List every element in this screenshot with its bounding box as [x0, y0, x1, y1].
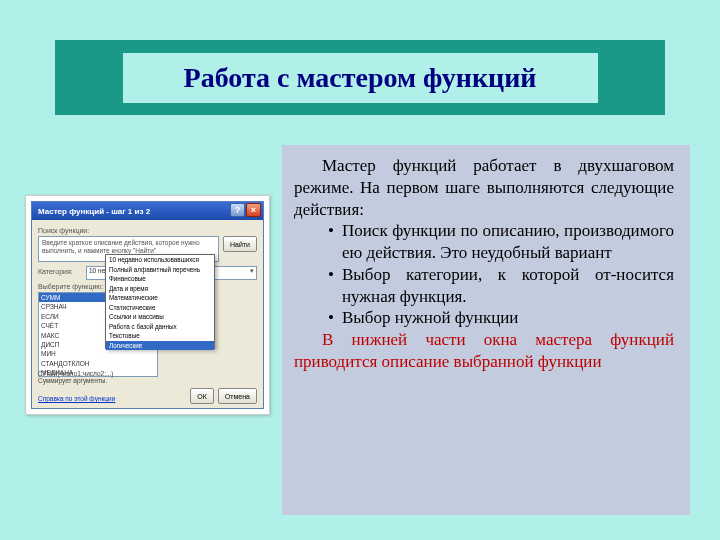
dropdown-item[interactable]: Текстовые: [106, 331, 214, 341]
close-icon[interactable]: ×: [246, 203, 261, 217]
dropdown-item[interactable]: Ссылки и массивы: [106, 312, 214, 322]
list-item[interactable]: МИН: [39, 349, 157, 358]
dropdown-item[interactable]: Логические: [106, 341, 214, 351]
function-description: СУММ(число1;число2;...) Суммирует аргуме…: [38, 370, 257, 384]
dropdown-item[interactable]: Полный алфавитный перечень: [106, 265, 214, 275]
search-label: Поиск функции:: [38, 227, 257, 234]
dropdown-item[interactable]: Финансовые: [106, 274, 214, 284]
screenshot-frame: Мастер функций - шаг 1 из 2 ? × Поиск фу…: [25, 195, 270, 415]
bullet-3: Выбор нужной функции: [294, 307, 674, 329]
dropdown-item[interactable]: Дата и время: [106, 284, 214, 294]
summary-text: Суммирует аргументы.: [38, 377, 257, 384]
dropdown-item[interactable]: 10 недавно использовавшихся: [106, 255, 214, 265]
closing-paragraph: В нижней части окна мастера функций прив…: [294, 329, 674, 373]
dropdown-item[interactable]: Работа с базой данных: [106, 322, 214, 332]
page-title: Работа с мастером функций: [123, 53, 598, 103]
dialog-titlebar: Мастер функций - шаг 1 из 2 ? ×: [32, 202, 263, 220]
bullet-2: Выбор категории, к которой от-носится ну…: [294, 264, 674, 308]
dropdown-item[interactable]: Математические: [106, 293, 214, 303]
cancel-button[interactable]: Отмена: [218, 388, 257, 404]
dialog-title-text: Мастер функций - шаг 1 из 2: [38, 207, 150, 216]
list-item[interactable]: СТАНДОТКЛОН: [39, 359, 157, 368]
bullet-1: Поиск функции по описанию, производимого…: [294, 220, 674, 264]
category-label: Категория:: [38, 268, 82, 275]
function-wizard-dialog: Мастер функций - шаг 1 из 2 ? × Поиск фу…: [31, 201, 264, 409]
find-button[interactable]: Найти: [223, 236, 257, 252]
ok-button[interactable]: ОК: [190, 388, 214, 404]
category-dropdown[interactable]: 10 недавно использовавшихся Полный алфав…: [105, 254, 215, 349]
dropdown-item[interactable]: Статистические: [106, 303, 214, 313]
description-panel: Мастер функций работает в двухшаговом ре…: [282, 145, 690, 515]
help-link[interactable]: Справка по этой функции: [38, 395, 115, 402]
intro-paragraph: Мастер функций работает в двухшаговом ре…: [294, 155, 674, 220]
signature-text: СУММ(число1;число2;...): [38, 370, 257, 377]
title-band: Работа с мастером функций: [55, 40, 665, 115]
help-icon[interactable]: ?: [230, 203, 245, 217]
